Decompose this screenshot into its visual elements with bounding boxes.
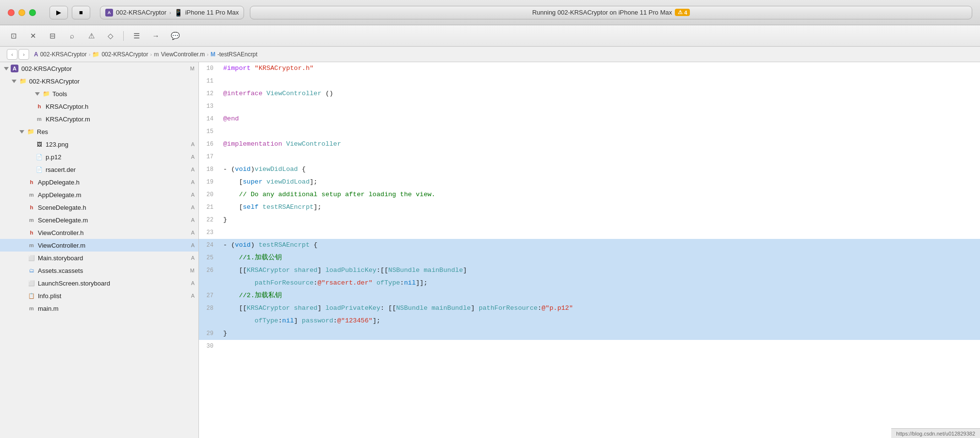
status-bar: Running 002-KRSACryptor on iPhone 11 Pro… <box>250 6 972 19</box>
status-text: Running 002-KRSACryptor on iPhone 11 Pro… <box>532 9 672 16</box>
sidebar-item-viewcontroller-m[interactable]: m ViewController.m A <box>0 239 198 252</box>
collapse-icon <box>19 130 24 134</box>
cross-icon-btn[interactable]: ✕ <box>24 29 42 43</box>
breadcrumb: ‹ › A 002-KRSACryptor › 📁 002-KRSACrypto… <box>0 47 980 62</box>
sidebar-item-group-002[interactable]: 📁 002-KRSACryptor <box>0 75 198 87</box>
m-file-icon: m <box>154 51 159 58</box>
sidebar-item-xcassets[interactable]: 🗂 Assets.xcassets M <box>0 264 198 277</box>
code-editor[interactable]: 10 #import "KRSACryptor.h" 11 12 @interf… <box>199 62 980 438</box>
code-line-26: 26 [[KRSACryptor shared] loadPublicKey:[… <box>199 264 980 289</box>
plist-icon: 📋 <box>27 292 36 300</box>
sidebar-item-res[interactable]: 📁 Res <box>0 125 198 138</box>
line-number: 29 <box>199 327 221 340</box>
sidebar-item-pp12[interactable]: 📄 p.p12 A <box>0 151 198 163</box>
m-file-icon: m <box>27 216 36 224</box>
breadcrumb-project-name: 002-KRSACryptor <box>40 51 87 58</box>
sidebar-item-123png[interactable]: 🖼 123.png A <box>0 138 198 151</box>
sidebar-item-label: main.m <box>38 305 195 312</box>
breadcrumb-project[interactable]: A 002-KRSACryptor <box>34 51 87 58</box>
line-number: 23 <box>199 226 221 239</box>
sidebar-item-launchscreen[interactable]: ⬜ LaunchScreen.storyboard A <box>0 277 198 289</box>
line-number: 30 <box>199 340 221 353</box>
code-line-27: 27 //2.加载私钥 <box>199 289 980 302</box>
code-line-22: 22 } <box>199 214 980 226</box>
list-icon-btn[interactable]: ☰ <box>128 29 145 43</box>
sidebar-item-scenedelegate-m[interactable]: m SceneDelegate.m A <box>0 214 198 226</box>
breadcrumb-method-name: -testRSAEncrpt <box>217 51 258 58</box>
line-number: 27 <box>199 289 221 302</box>
badge-a: A <box>191 154 195 160</box>
maximize-button[interactable] <box>29 9 36 16</box>
code-line-28: 28 [[KRSACryptor shared] loadPrivateKey:… <box>199 302 980 327</box>
bubble-icon-btn[interactable]: 💬 <box>166 29 184 43</box>
sidebar-item-main-m[interactable]: m main.m <box>0 302 198 315</box>
sidebar-item-tools[interactable]: 📁 Tools <box>0 87 198 100</box>
sidebar-item-label: 123.png <box>46 141 189 148</box>
play-button[interactable]: ▶ <box>49 6 68 19</box>
badge-a: A <box>191 280 195 286</box>
code-content: //2.加载私钥 <box>221 289 980 302</box>
traffic-lights <box>8 9 36 16</box>
line-number: 19 <box>199 176 221 188</box>
sidebar-item-scenedelegate-h[interactable]: h SceneDelegate.h A <box>0 201 198 214</box>
badge-a: A <box>191 192 195 198</box>
badge-a: A <box>191 141 195 147</box>
warning-icon-btn[interactable]: ⚠ <box>82 29 100 43</box>
folder-icon-btn[interactable]: ⊡ <box>5 29 22 43</box>
line-number: 13 <box>199 100 221 113</box>
hierarchy-icon-btn[interactable]: ⊟ <box>44 29 61 43</box>
m-file-icon: m <box>35 115 44 123</box>
stop-button[interactable]: ■ <box>72 6 90 19</box>
sidebar-item-label: Res <box>37 128 195 135</box>
diamond-icon-btn[interactable]: ◇ <box>102 29 119 43</box>
close-button[interactable] <box>8 9 15 16</box>
breadcrumb-folder[interactable]: 📁 002-KRSACryptor <box>92 51 148 58</box>
badge-a: A <box>191 255 195 261</box>
sidebar-item-info-plist[interactable]: 📋 Info.plist A <box>0 289 198 302</box>
code-line-17: 17 <box>199 151 980 163</box>
minimize-button[interactable] <box>18 9 25 16</box>
code-line-23: 23 <box>199 226 980 239</box>
breadcrumb-back-button[interactable]: ‹ <box>7 49 17 60</box>
breadcrumb-sep-3: › <box>207 51 209 57</box>
folder-icon: 📁 <box>42 90 50 98</box>
breadcrumb-forward-button[interactable]: › <box>18 49 29 60</box>
code-content <box>221 125 980 138</box>
sidebar-item-rsacert[interactable]: 📄 rsacert.der A <box>0 163 198 176</box>
breadcrumb-file[interactable]: m ViewController.m <box>154 51 205 58</box>
line-number: 25 <box>199 252 221 264</box>
arrow-icon-btn[interactable]: → <box>147 29 164 43</box>
code-content: } <box>221 214 980 226</box>
sidebar-item-krsacryptor-m[interactable]: m KRSACryptor.m <box>0 113 198 125</box>
sidebar-item-label: AppDelegate.m <box>38 191 189 199</box>
code-content: #import "KRSACryptor.h" <box>221 62 980 75</box>
folder-navigator-icon: ⊡ <box>11 32 17 40</box>
scheme-chevron: › <box>169 10 171 16</box>
x-icon: ✕ <box>30 32 36 40</box>
line-number: 22 <box>199 214 221 226</box>
breadcrumb-method[interactable]: M -testRSAEncrpt <box>211 51 258 58</box>
arrow-icon: → <box>152 32 160 40</box>
sidebar-item-viewcontroller-h[interactable]: h ViewController.h A <box>0 226 198 239</box>
sidebar-item-label: AppDelegate.h <box>38 179 189 186</box>
sidebar-item-krsacryptor-h[interactable]: h KRSACryptor.h <box>0 100 198 113</box>
sidebar-item-label: 002-KRSACryptor <box>29 78 195 85</box>
sidebar-item-appdelegate-m[interactable]: m AppDelegate.m A <box>0 188 198 201</box>
doc-file-icon: 📄 <box>35 153 44 161</box>
sidebar-item-label: Tools <box>52 90 195 98</box>
file-navigator: A 002-KRSACryptor M 📁 002-KRSACryptor 📁 … <box>0 62 199 438</box>
code-content: } <box>221 327 980 340</box>
scheme-selector[interactable]: A 002-KRSACryptor › 📱 iPhone 11 Pro Max <box>100 6 244 19</box>
hierarchy-icon: ⊟ <box>49 32 56 40</box>
sidebar-item-main-storyboard[interactable]: ⬜ Main.storyboard A <box>0 252 198 264</box>
code-content: //1.加载公钥 <box>221 252 980 264</box>
sidebar-item-root-project[interactable]: A 002-KRSACryptor M <box>0 62 198 75</box>
search-icon: ⌕ <box>70 32 74 40</box>
code-line-20: 20 // Do any additional setup after load… <box>199 188 980 201</box>
search-icon-btn[interactable]: ⌕ <box>63 29 81 43</box>
sidebar-item-appdelegate-h[interactable]: h AppDelegate.h A <box>0 176 198 188</box>
device-icon: 📱 <box>174 9 182 17</box>
warning-badge: ⚠ 4 <box>675 9 690 16</box>
line-number: 28 <box>199 302 221 315</box>
h-file-icon: h <box>27 203 36 211</box>
